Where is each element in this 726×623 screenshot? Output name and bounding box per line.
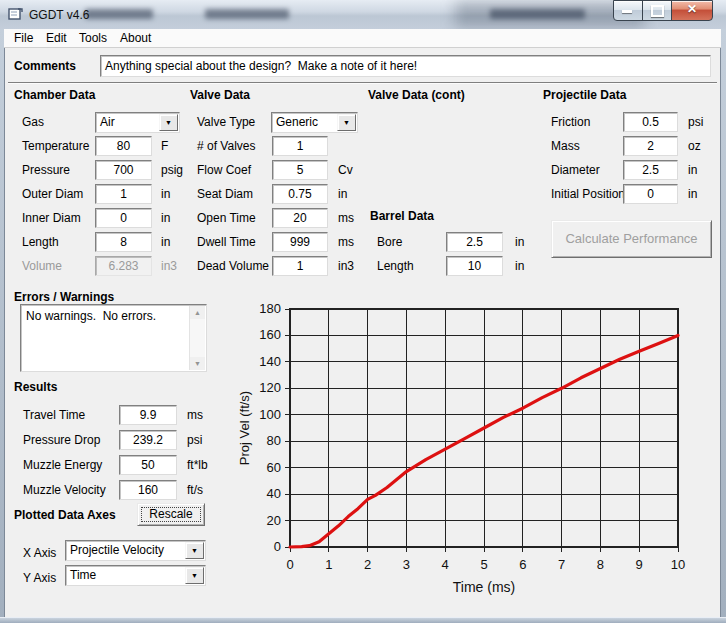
window-border <box>0 29 4 623</box>
volume-field: 6.283 <box>95 256 152 276</box>
svg-text:80: 80 <box>267 433 281 448</box>
open-time-field[interactable]: 20 <box>272 208 328 228</box>
rescale-button[interactable]: Rescale <box>137 503 205 526</box>
svg-text:Proj Vel (ft/s): Proj Vel (ft/s) <box>237 391 252 465</box>
gas-combobox-value: Air <box>100 114 115 131</box>
muzzle-energy-field: 50 <box>119 455 177 475</box>
diameter-label: Diameter <box>551 163 600 177</box>
chevron-down-icon[interactable]: ▼ <box>159 114 178 131</box>
gas-label: Gas <box>22 115 44 129</box>
barrel-length-unit: in <box>515 259 524 273</box>
close-icon: ✕ <box>672 2 712 16</box>
client-area: File Edit Tools About Comments Anything … <box>4 29 721 617</box>
maximize-button[interactable] <box>642 0 672 21</box>
valve-type-label: Valve Type <box>197 115 255 129</box>
plotted-data-axes-header: Plotted Data Axes <box>14 508 116 522</box>
comments-input[interactable]: Anything special about the design? Make … <box>100 55 711 77</box>
chevron-down-icon[interactable]: ▼ <box>185 567 204 584</box>
menu-about[interactable]: About <box>118 29 153 47</box>
travel-time-unit: ms <box>187 408 203 422</box>
dwell-time-label: Dwell Time <box>197 235 256 249</box>
initial-position-label: Initial Position <box>551 187 625 201</box>
mass-unit: oz <box>688 139 701 153</box>
chamber-data-header: Chamber Data <box>14 88 95 102</box>
close-button[interactable]: ✕ <box>671 0 713 21</box>
x-axis-label: X Axis <box>23 546 56 560</box>
y-axis-combobox[interactable]: Time ▼ <box>65 565 206 586</box>
svg-text:2: 2 <box>364 557 371 572</box>
num-valves-label: # of Valves <box>197 139 255 153</box>
errors-warnings-text: No warnings. No errors. <box>26 309 156 323</box>
chamber-length-label: Length <box>22 235 59 249</box>
menu-file[interactable]: File <box>12 29 35 47</box>
friction-unit: psi <box>688 115 703 129</box>
background-window-ghost <box>490 9 585 19</box>
menu-tools[interactable]: Tools <box>77 29 109 47</box>
errors-scrollbar[interactable]: ▲ ▼ <box>189 306 205 370</box>
window-border <box>721 29 726 623</box>
pressure-field[interactable]: 700 <box>95 160 152 180</box>
outer-diam-unit: in <box>161 187 170 201</box>
svg-text:160: 160 <box>259 327 281 342</box>
menu-edit[interactable]: Edit <box>44 29 69 47</box>
inner-diam-field[interactable]: 0 <box>95 208 152 228</box>
diameter-unit: in <box>688 163 697 177</box>
friction-field[interactable]: 0.5 <box>623 112 678 132</box>
chamber-length-field[interactable]: 8 <box>95 232 152 252</box>
y-axis-combobox-value: Time <box>70 567 96 584</box>
title-bar[interactable]: GGDT v4.6 ✕ <box>0 0 726 30</box>
barrel-length-label: Length <box>377 259 414 273</box>
mass-label: Mass <box>551 139 580 153</box>
errors-warnings-box[interactable]: No warnings. No errors. ▲ ▼ <box>20 304 207 372</box>
flow-coef-unit: Cv <box>338 163 353 177</box>
window-title: GGDT v4.6 <box>29 8 89 22</box>
svg-text:0: 0 <box>286 557 293 572</box>
flow-coef-field[interactable]: 5 <box>272 160 328 180</box>
results-header: Results <box>14 380 57 394</box>
svg-text:0: 0 <box>274 539 281 554</box>
svg-text:Time (ms): Time (ms) <box>453 579 515 595</box>
outer-diam-label: Outer Diam <box>22 187 83 201</box>
flow-coef-label: Flow Coef <box>197 163 251 177</box>
svg-text:4: 4 <box>442 557 449 572</box>
outer-diam-field[interactable]: 1 <box>95 184 152 204</box>
seat-diam-field[interactable]: 0.75 <box>272 184 328 204</box>
dead-volume-field[interactable]: 1 <box>272 256 328 276</box>
num-valves-field[interactable]: 1 <box>272 136 328 156</box>
minimize-button[interactable] <box>613 0 643 21</box>
valve-type-combobox[interactable]: Generic ▼ <box>271 112 358 133</box>
dwell-time-field[interactable]: 999 <box>272 232 328 252</box>
friction-label: Friction <box>551 115 590 129</box>
dwell-time-unit: ms <box>338 235 354 249</box>
scroll-down-icon[interactable]: ▼ <box>190 357 205 370</box>
volume-label: Volume <box>22 259 62 273</box>
svg-text:8: 8 <box>597 557 604 572</box>
chevron-down-icon[interactable]: ▼ <box>337 114 356 131</box>
open-time-unit: ms <box>338 211 354 225</box>
svg-text:9: 9 <box>636 557 643 572</box>
diameter-field[interactable]: 2.5 <box>623 160 678 180</box>
svg-text:120: 120 <box>259 380 281 395</box>
inner-diam-label: Inner Diam <box>22 211 81 225</box>
volume-unit: in3 <box>161 259 177 273</box>
valve-type-combobox-value: Generic <box>276 114 318 131</box>
barrel-length-field[interactable]: 10 <box>446 256 503 276</box>
chevron-down-icon[interactable]: ▼ <box>185 542 204 559</box>
temperature-field[interactable]: 80 <box>95 136 152 156</box>
mass-field[interactable]: 2 <box>623 136 678 156</box>
x-axis-combobox[interactable]: Projectile Velocity ▼ <box>65 540 206 561</box>
pressure-drop-unit: psi <box>187 433 202 447</box>
comments-label: Comments <box>14 59 76 73</box>
initial-position-unit: in <box>688 187 697 201</box>
background-window-ghost <box>85 9 153 19</box>
scroll-up-icon[interactable]: ▲ <box>190 306 205 319</box>
bore-field[interactable]: 2.5 <box>446 232 503 252</box>
initial-position-field[interactable]: 0 <box>623 184 678 204</box>
travel-time-field: 9.9 <box>119 405 177 425</box>
gas-combobox[interactable]: Air ▼ <box>95 112 180 133</box>
section-divider <box>8 82 717 83</box>
temperature-label: Temperature <box>22 139 89 153</box>
minimize-icon <box>622 10 632 13</box>
calculate-performance-button: Calculate Performance <box>551 220 712 258</box>
svg-text:140: 140 <box>259 354 281 369</box>
